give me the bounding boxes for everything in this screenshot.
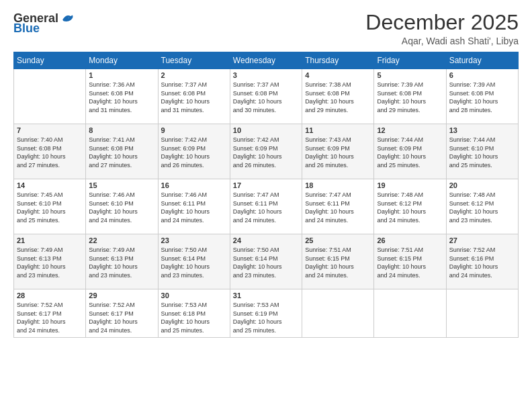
header-sunday: Sunday xyxy=(14,52,86,69)
day-info: Sunrise: 7:46 AM Sunset: 6:10 PM Dayligh… xyxy=(89,191,154,224)
day-number: 13 xyxy=(449,126,515,134)
header-monday: Monday xyxy=(86,52,158,69)
day-number: 12 xyxy=(377,126,443,134)
table-row: 9Sunrise: 7:42 AM Sunset: 6:09 PM Daylig… xyxy=(158,124,230,179)
day-number: 10 xyxy=(233,126,299,134)
header: General Blue December 2025 Aqar, Wadi as… xyxy=(13,11,519,46)
day-number: 5 xyxy=(377,71,443,79)
logo-bird-icon xyxy=(60,11,75,26)
table-row: 26Sunrise: 7:51 AM Sunset: 6:15 PM Dayli… xyxy=(374,234,446,289)
day-number: 24 xyxy=(233,236,299,244)
day-number: 2 xyxy=(161,71,227,79)
header-tuesday: Tuesday xyxy=(158,52,230,69)
day-number: 18 xyxy=(305,181,371,189)
day-number: 16 xyxy=(161,181,227,189)
table-row: 31Sunrise: 7:53 AM Sunset: 6:19 PM Dayli… xyxy=(230,289,302,338)
day-number: 7 xyxy=(17,126,83,134)
day-number: 11 xyxy=(305,126,371,134)
day-info: Sunrise: 7:42 AM Sunset: 6:09 PM Dayligh… xyxy=(161,136,227,169)
table-row: 4Sunrise: 7:38 AM Sunset: 6:08 PM Daylig… xyxy=(302,69,374,124)
day-number: 27 xyxy=(449,236,515,244)
table-row: 7Sunrise: 7:40 AM Sunset: 6:08 PM Daylig… xyxy=(14,124,86,179)
day-number: 21 xyxy=(17,236,83,244)
table-row: 20Sunrise: 7:48 AM Sunset: 6:12 PM Dayli… xyxy=(446,179,518,234)
day-number: 29 xyxy=(89,291,154,300)
day-number: 6 xyxy=(449,71,515,79)
day-number: 28 xyxy=(17,291,83,300)
table-row: 30Sunrise: 7:53 AM Sunset: 6:18 PM Dayli… xyxy=(158,289,230,338)
day-info: Sunrise: 7:52 AM Sunset: 6:17 PM Dayligh… xyxy=(89,301,154,334)
day-info: Sunrise: 7:40 AM Sunset: 6:08 PM Dayligh… xyxy=(17,136,83,169)
day-number: 4 xyxy=(305,71,371,79)
day-info: Sunrise: 7:38 AM Sunset: 6:08 PM Dayligh… xyxy=(305,81,371,114)
table-row: 2Sunrise: 7:37 AM Sunset: 6:08 PM Daylig… xyxy=(158,69,230,124)
table-row: 17Sunrise: 7:47 AM Sunset: 6:11 PM Dayli… xyxy=(230,179,302,234)
day-info: Sunrise: 7:47 AM Sunset: 6:11 PM Dayligh… xyxy=(305,191,371,224)
table-row xyxy=(14,69,86,124)
table-row xyxy=(374,289,446,338)
day-info: Sunrise: 7:50 AM Sunset: 6:14 PM Dayligh… xyxy=(233,246,299,279)
title-section: December 2025 Aqar, Wadi ash Shati', Lib… xyxy=(365,11,519,46)
day-info: Sunrise: 7:46 AM Sunset: 6:11 PM Dayligh… xyxy=(161,191,227,224)
day-number: 26 xyxy=(377,236,443,244)
day-info: Sunrise: 7:50 AM Sunset: 6:14 PM Dayligh… xyxy=(161,246,227,279)
table-row: 16Sunrise: 7:46 AM Sunset: 6:11 PM Dayli… xyxy=(158,179,230,234)
day-info: Sunrise: 7:48 AM Sunset: 6:12 PM Dayligh… xyxy=(449,191,515,224)
table-row: 14Sunrise: 7:45 AM Sunset: 6:10 PM Dayli… xyxy=(14,179,86,234)
day-info: Sunrise: 7:48 AM Sunset: 6:12 PM Dayligh… xyxy=(377,191,443,224)
day-info: Sunrise: 7:49 AM Sunset: 6:13 PM Dayligh… xyxy=(89,246,154,279)
day-info: Sunrise: 7:42 AM Sunset: 6:09 PM Dayligh… xyxy=(233,136,299,169)
day-info: Sunrise: 7:51 AM Sunset: 6:15 PM Dayligh… xyxy=(305,246,371,279)
day-info: Sunrise: 7:52 AM Sunset: 6:17 PM Dayligh… xyxy=(17,301,83,334)
day-info: Sunrise: 7:44 AM Sunset: 6:09 PM Dayligh… xyxy=(377,136,443,169)
day-number: 1 xyxy=(89,71,154,79)
table-row: 1Sunrise: 7:36 AM Sunset: 6:08 PM Daylig… xyxy=(86,69,158,124)
table-row: 3Sunrise: 7:37 AM Sunset: 6:08 PM Daylig… xyxy=(230,69,302,124)
table-row: 29Sunrise: 7:52 AM Sunset: 6:17 PM Dayli… xyxy=(86,289,158,338)
table-row: 28Sunrise: 7:52 AM Sunset: 6:17 PM Dayli… xyxy=(14,289,86,338)
table-row xyxy=(446,289,518,338)
table-row: 12Sunrise: 7:44 AM Sunset: 6:09 PM Dayli… xyxy=(374,124,446,179)
table-row: 18Sunrise: 7:47 AM Sunset: 6:11 PM Dayli… xyxy=(302,179,374,234)
table-row: 6Sunrise: 7:39 AM Sunset: 6:08 PM Daylig… xyxy=(446,69,518,124)
table-row: 8Sunrise: 7:41 AM Sunset: 6:08 PM Daylig… xyxy=(86,124,158,179)
page: General Blue December 2025 Aqar, Wadi as… xyxy=(0,0,532,411)
day-info: Sunrise: 7:41 AM Sunset: 6:08 PM Dayligh… xyxy=(89,136,154,169)
day-info: Sunrise: 7:39 AM Sunset: 6:08 PM Dayligh… xyxy=(449,81,515,114)
table-row: 15Sunrise: 7:46 AM Sunset: 6:10 PM Dayli… xyxy=(86,179,158,234)
day-number: 31 xyxy=(233,291,299,300)
day-number: 8 xyxy=(89,126,154,134)
header-saturday: Saturday xyxy=(446,52,518,69)
day-info: Sunrise: 7:43 AM Sunset: 6:09 PM Dayligh… xyxy=(305,136,371,169)
table-row: 27Sunrise: 7:52 AM Sunset: 6:16 PM Dayli… xyxy=(446,234,518,289)
month-title: December 2025 xyxy=(365,11,519,34)
day-number: 14 xyxy=(17,181,83,189)
day-info: Sunrise: 7:53 AM Sunset: 6:19 PM Dayligh… xyxy=(233,301,299,334)
day-number: 23 xyxy=(161,236,227,244)
logo: General Blue xyxy=(13,11,75,36)
day-number: 30 xyxy=(161,291,227,300)
table-row: 19Sunrise: 7:48 AM Sunset: 6:12 PM Dayli… xyxy=(374,179,446,234)
day-number: 17 xyxy=(233,181,299,189)
table-row: 13Sunrise: 7:44 AM Sunset: 6:10 PM Dayli… xyxy=(446,124,518,179)
day-number: 25 xyxy=(305,236,371,244)
header-wednesday: Wednesday xyxy=(230,52,302,69)
day-number: 22 xyxy=(89,236,154,244)
day-info: Sunrise: 7:37 AM Sunset: 6:08 PM Dayligh… xyxy=(161,81,227,114)
day-info: Sunrise: 7:49 AM Sunset: 6:13 PM Dayligh… xyxy=(17,246,83,279)
day-info: Sunrise: 7:52 AM Sunset: 6:16 PM Dayligh… xyxy=(449,246,515,279)
table-row: 25Sunrise: 7:51 AM Sunset: 6:15 PM Dayli… xyxy=(302,234,374,289)
day-number: 20 xyxy=(449,181,515,189)
location-title: Aqar, Wadi ash Shati', Libya xyxy=(365,36,519,46)
table-row: 23Sunrise: 7:50 AM Sunset: 6:14 PM Dayli… xyxy=(158,234,230,289)
day-info: Sunrise: 7:45 AM Sunset: 6:10 PM Dayligh… xyxy=(17,191,83,224)
day-info: Sunrise: 7:44 AM Sunset: 6:10 PM Dayligh… xyxy=(449,136,515,169)
calendar: Sunday Monday Tuesday Wednesday Thursday… xyxy=(13,52,519,338)
header-friday: Friday xyxy=(374,52,446,69)
day-info: Sunrise: 7:51 AM Sunset: 6:15 PM Dayligh… xyxy=(377,246,443,279)
table-row: 10Sunrise: 7:42 AM Sunset: 6:09 PM Dayli… xyxy=(230,124,302,179)
table-row: 11Sunrise: 7:43 AM Sunset: 6:09 PM Dayli… xyxy=(302,124,374,179)
table-row: 22Sunrise: 7:49 AM Sunset: 6:13 PM Dayli… xyxy=(86,234,158,289)
table-row: 24Sunrise: 7:50 AM Sunset: 6:14 PM Dayli… xyxy=(230,234,302,289)
table-row xyxy=(302,289,374,338)
